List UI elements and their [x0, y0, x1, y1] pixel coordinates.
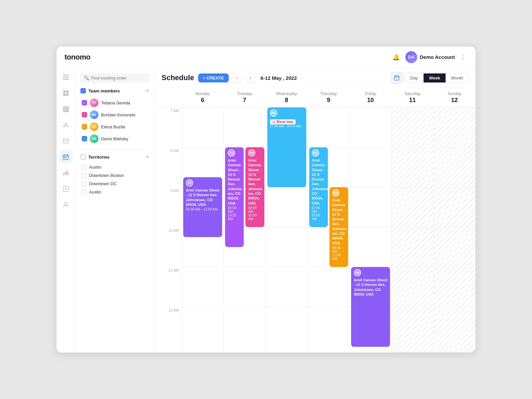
nav-grid-icon[interactable] — [59, 102, 72, 116]
nav-calendar-icon[interactable] — [59, 150, 72, 164]
account-avatar-container[interactable]: DA Demo Account — [405, 51, 455, 63]
day-header-saturday: Saturday 11 — [391, 88, 433, 107]
event-thursday-orange[interactable]: EB Ariel Canvas Shoot - 12 S Denver Ave,… — [330, 187, 348, 267]
view-week-button[interactable]: Week — [424, 73, 446, 82]
territory-item-downtown-boston[interactable]: Downtown Boston — [80, 171, 149, 180]
member-item-elena[interactable]: ✓ EB Elena Buzila — [80, 121, 149, 133]
territory-item-austin1[interactable]: Austin — [80, 163, 149, 171]
view-month-button[interactable]: Month — [446, 73, 468, 82]
search-icon: 🔍 — [84, 75, 89, 80]
time-11am: 11 AM — [155, 267, 182, 307]
member-name-bohdan: Bohdan Kononets — [101, 112, 135, 117]
nav-schedule-icon[interactable] — [59, 86, 72, 100]
svg-rect-3 — [63, 90, 66, 93]
search-box[interactable]: 🔍 — [80, 73, 149, 83]
svg-point-17 — [65, 122, 66, 124]
svg-rect-38 — [394, 76, 399, 80]
day-header-sunday: Sunday 12 — [434, 88, 475, 107]
day-col-friday: DB Ariel Canvas Shoot - 12 S Denver Ave,… — [349, 107, 391, 352]
app-window: tonomo 🔔 DA Demo Account ⋮ — [57, 47, 475, 352]
nav-add-icon[interactable] — [59, 182, 72, 196]
team-header-left: ✓ Team members — [80, 88, 120, 93]
date-range: 6-12 May , 2022 — [261, 75, 297, 81]
team-members-section-header[interactable]: ✓ Team members ▼ — [80, 88, 149, 93]
team-chevron-icon: ▼ — [146, 89, 149, 93]
next-week-button[interactable]: › — [246, 73, 255, 82]
page-title: Schedule — [162, 73, 194, 82]
territory-checkbox-austin2[interactable] — [82, 190, 86, 195]
territories-label: Territories — [88, 155, 109, 160]
logo: tonomo — [65, 53, 90, 62]
search-input[interactable] — [91, 75, 146, 80]
prev-week-button[interactable]: ‹ — [233, 73, 242, 82]
view-day-button[interactable]: Day — [405, 73, 424, 82]
toolbar-right: Day Week Month — [391, 72, 469, 84]
event-avatar-tuesday-purple: TS — [228, 149, 235, 157]
event-avatar-thursday-orange: EB — [332, 189, 339, 197]
nav-network-icon[interactable] — [59, 118, 72, 132]
member-checkbox-bohdan[interactable]: ✓ — [82, 112, 87, 117]
territory-checkbox-downtown-boston[interactable] — [82, 173, 86, 178]
member-name-denis: Denis Biletsky — [101, 136, 128, 141]
event-thursday-blue[interactable]: BK Ariel Canvas Shoot - 12 S Denver Ave,… — [309, 147, 328, 227]
territories-checkbox[interactable] — [80, 154, 86, 160]
territory-checkbox-austin1[interactable] — [82, 165, 86, 170]
event-wednesday-blue[interactable]: BK ⚠ Blank data 07:00 AM - 09:00 AM — [267, 107, 306, 187]
member-avatar-elena: EB — [90, 122, 98, 131]
territories-section-header[interactable]: Territories ▼ — [80, 154, 149, 160]
svg-rect-9 — [67, 106, 69, 108]
day-header-thursday: Thursday 9 — [308, 88, 349, 107]
nav-expand-icon[interactable] — [59, 73, 72, 81]
territory-name-austin1: Austin — [89, 165, 101, 170]
sidebar: 🔍 ✓ Team members ▼ ✓ TS Tetiana Sereda ✓… — [75, 68, 155, 352]
svg-rect-12 — [67, 108, 69, 110]
nav-person-icon[interactable] — [59, 198, 72, 211]
calendar-body: 7 AM 8 AM 9 AM 10 AM 11 AM — [155, 107, 475, 352]
more-options-icon[interactable]: ⋮ — [459, 52, 467, 62]
member-avatar-denis: DB — [90, 134, 98, 143]
svg-rect-33 — [68, 172, 69, 175]
member-checkbox-denis[interactable]: ✓ — [82, 136, 87, 141]
create-button[interactable]: + CREATE — [198, 73, 229, 82]
calendar-view-icon[interactable] — [391, 72, 403, 84]
member-avatar-tetiana: TS — [90, 98, 98, 107]
time-8am: 8 AM — [155, 147, 182, 187]
content-area: Schedule + CREATE ‹ › 6-12 May , 2022 — [155, 68, 475, 352]
time-slots: 7 AM 8 AM 9 AM 10 AM 11 AM — [155, 107, 182, 352]
event-tuesday-pink[interactable]: BK Ariel Canvas Shoot - 12 S Denver Ave,… — [245, 147, 264, 227]
member-checkbox-tetiana[interactable]: ✓ — [82, 100, 87, 105]
toolbar: Schedule + CREATE ‹ › 6-12 May , 2022 — [155, 68, 475, 88]
view-group: Day Week Month — [405, 73, 469, 83]
main-layout: 🔍 ✓ Team members ▼ ✓ TS Tetiana Sereda ✓… — [57, 68, 475, 352]
svg-rect-7 — [63, 106, 65, 108]
territory-item-austin2[interactable]: Austin — [80, 188, 149, 196]
day-header-wednesday: Wednesday 8 — [266, 88, 308, 107]
day-header-friday: Friday 10 — [349, 88, 391, 107]
svg-rect-31 — [65, 172, 66, 175]
event-monday-violet[interactable]: TS Ariel Canvas Shoot - 12 S Denver Ave,… — [183, 177, 222, 237]
nav-mail-icon[interactable] — [59, 134, 72, 148]
member-item-tetiana[interactable]: ✓ TS Tetiana Sereda — [80, 97, 149, 109]
notification-icon[interactable]: 🔔 — [391, 52, 401, 63]
member-name-tetiana: Tetiana Sereda — [101, 100, 130, 105]
member-name-elena: Elena Buzila — [101, 124, 125, 129]
member-item-denis[interactable]: ✓ DB Denis Biletsky — [80, 133, 149, 145]
event-avatar-tuesday-pink: BK — [248, 149, 255, 157]
event-friday-violet[interactable]: DB Ariel Canvas Shoot - 12 S Denver Ave,… — [351, 267, 390, 347]
time-12am: 12 AM — [155, 307, 182, 347]
member-checkbox-elena[interactable]: ✓ — [82, 124, 87, 129]
member-item-bohdan[interactable]: ✓ BK Bohdan Kononets — [80, 109, 149, 121]
day-col-sunday — [434, 107, 475, 352]
day-header-tuesday: Tuesday 7 — [223, 88, 265, 107]
event-tuesday-purple[interactable]: TS Ariel Canvas Shoot - 12 S Denver Ave,… — [225, 147, 244, 247]
team-members-label: Team members — [88, 88, 120, 93]
time-9am: 9 AM — [155, 187, 182, 227]
day-headers: Monday 6 Tuesday 7 Wednesday 8 Thursday … — [155, 88, 475, 107]
team-checkbox[interactable]: ✓ — [80, 88, 86, 93]
territory-checkbox-downtown-dc[interactable] — [82, 182, 86, 186]
territory-item-downtown-dc[interactable]: Downtown DC — [80, 180, 149, 188]
header-right: 🔔 DA Demo Account ⋮ — [391, 51, 467, 63]
nav-chart-icon[interactable] — [59, 166, 72, 180]
svg-rect-8 — [65, 106, 67, 108]
svg-line-22 — [65, 126, 65, 126]
